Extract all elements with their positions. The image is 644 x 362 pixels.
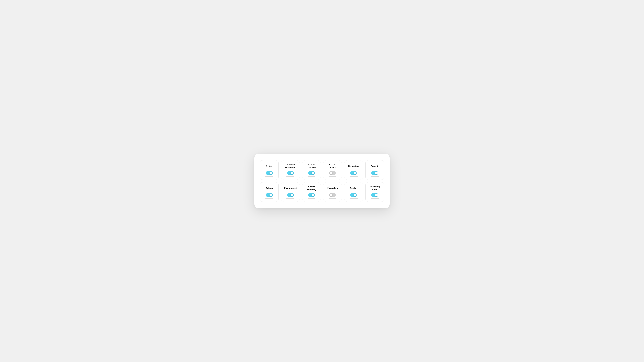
label-customer-request: Customer request (325, 164, 340, 169)
toggle-pricing[interactable] (266, 193, 273, 197)
toggle-bar-customer-complaint (308, 176, 316, 177)
toggle-knob-environment (290, 194, 294, 196)
label-plagiarism: Plagiarism (327, 186, 338, 191)
toggle-knob-custom (270, 172, 272, 174)
card-plagiarism[interactable]: Plagiarism (323, 182, 342, 202)
card-custom[interactable]: Custom (260, 160, 278, 180)
card-pricing[interactable]: Pricing (260, 182, 278, 202)
toggle-customer-complaint[interactable] (308, 171, 315, 175)
toggle-area-animal-wellbeing (304, 193, 319, 199)
label-boycott: Boycott (371, 164, 378, 169)
card-reputation[interactable]: Reputation (344, 160, 363, 180)
items-grid: CustomCustomer satisfactionCustomer comp… (260, 160, 384, 202)
toggle-knob-customer-satisfaction (290, 172, 294, 174)
toggle-bar-betting (350, 198, 358, 199)
toggle-area-custom (262, 171, 276, 177)
toggle-area-pricing (262, 193, 276, 199)
toggle-animal-wellbeing[interactable] (308, 193, 315, 197)
card-boycott[interactable]: Boycott (366, 160, 384, 180)
toggle-plagiarism[interactable] (329, 193, 336, 197)
toggle-knob-customer-request (330, 172, 332, 174)
label-streaming-links: Streaming links (368, 186, 382, 191)
toggle-knob-plagiarism (330, 194, 332, 196)
label-environment: Environment (284, 186, 296, 191)
toggle-bar-custom (266, 176, 273, 177)
toggle-area-customer-complaint (304, 171, 319, 177)
toggle-streaming-links[interactable] (371, 193, 378, 197)
toggle-knob-streaming-links (375, 194, 378, 196)
card-customer-complaint[interactable]: Customer complaint (302, 160, 321, 180)
toggle-bar-customer-request (328, 176, 336, 177)
toggle-knob-reputation (354, 172, 356, 174)
toggle-area-environment (283, 193, 298, 199)
main-card: CustomCustomer satisfactionCustomer comp… (254, 154, 390, 208)
toggle-reputation[interactable] (350, 171, 357, 175)
toggle-bar-plagiarism (328, 198, 336, 199)
label-betting: Betting (350, 186, 357, 191)
toggle-custom[interactable] (266, 171, 273, 175)
toggle-knob-customer-complaint (312, 172, 314, 174)
toggle-boycott[interactable] (371, 171, 378, 175)
toggle-knob-pricing (270, 194, 272, 196)
toggle-knob-betting (354, 194, 356, 196)
label-custom: Custom (266, 164, 273, 169)
card-customer-request[interactable]: Customer request (323, 160, 342, 180)
card-streaming-links[interactable]: Streaming links (366, 182, 384, 202)
label-customer-complaint: Customer complaint (304, 164, 319, 169)
label-pricing: Pricing (266, 186, 273, 191)
toggle-bar-streaming-links (371, 198, 378, 199)
toggle-area-betting (346, 193, 361, 199)
toggle-bar-customer-satisfaction (286, 176, 294, 177)
toggle-area-customer-request (325, 171, 340, 177)
toggle-bar-pricing (266, 198, 273, 199)
label-customer-satisfaction: Customer satisfaction (283, 164, 298, 169)
toggle-area-boycott (368, 171, 382, 177)
label-animal-wellbeing: Animal wellbeing (304, 186, 319, 191)
toggle-bar-environment (286, 198, 294, 199)
toggle-bar-boycott (371, 176, 378, 177)
toggle-bar-animal-wellbeing (308, 198, 316, 199)
toggle-knob-boycott (375, 172, 378, 174)
card-animal-wellbeing[interactable]: Animal wellbeing (302, 182, 321, 202)
toggle-area-plagiarism (325, 193, 340, 199)
toggle-environment[interactable] (287, 193, 294, 197)
toggle-bar-reputation (350, 176, 358, 177)
card-customer-satisfaction[interactable]: Customer satisfaction (281, 160, 300, 180)
card-betting[interactable]: Betting (344, 182, 363, 202)
toggle-area-streaming-links (368, 193, 382, 199)
toggle-area-customer-satisfaction (283, 171, 298, 177)
label-reputation: Reputation (348, 164, 359, 169)
toggle-betting[interactable] (350, 193, 357, 197)
toggle-customer-satisfaction[interactable] (287, 171, 294, 175)
card-environment[interactable]: Environment (281, 182, 300, 202)
toggle-knob-animal-wellbeing (312, 194, 314, 196)
toggle-customer-request[interactable] (329, 171, 336, 175)
toggle-area-reputation (346, 171, 361, 177)
